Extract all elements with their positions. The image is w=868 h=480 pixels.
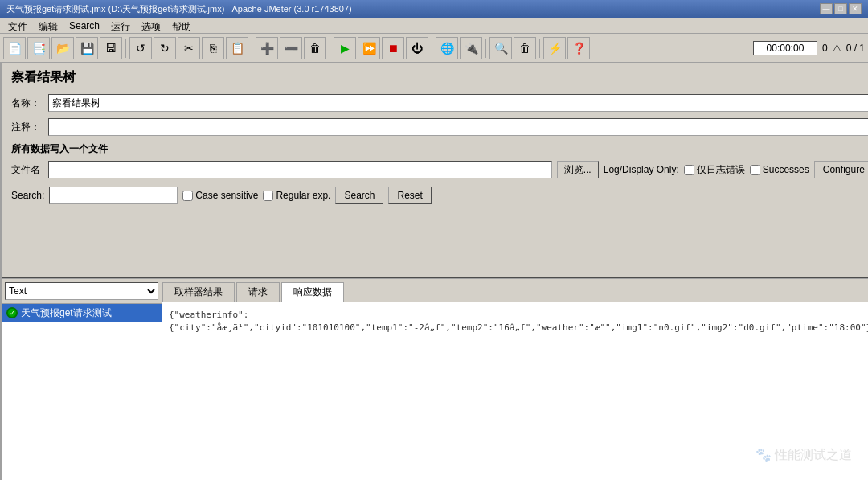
errors-checkbox[interactable] bbox=[684, 165, 694, 175]
title-bar: 天气预报get请求测试.jmx (D:\天气预报get请求测试.jmx) - A… bbox=[0, 0, 868, 18]
toolbar-remote-stop-btn[interactable]: 🔌 bbox=[460, 37, 482, 59]
toolbar-function-helper-btn[interactable]: ⚡ bbox=[543, 37, 566, 59]
toolbar-start-btn[interactable]: ▶ bbox=[334, 37, 356, 59]
main-layout: ▼ 📋 测试计划 ▼ ⚙ 线程组 🔧 天气预报get请求测... 🌿 察看结果树 bbox=[0, 63, 868, 480]
menu-help[interactable]: 帮助 bbox=[167, 19, 196, 31]
errors-checkbox-label: 仅日志错误 bbox=[684, 163, 745, 177]
toolbar-shutdown-btn[interactable]: ⏻ bbox=[406, 37, 428, 59]
search-button[interactable]: Search bbox=[335, 187, 383, 204]
title-buttons: — □ ✕ bbox=[820, 3, 862, 14]
count-display: 0 bbox=[822, 43, 828, 54]
toolbar-redo-btn[interactable]: ↻ bbox=[154, 37, 176, 59]
menu-run[interactable]: 运行 bbox=[106, 19, 135, 31]
toolbar-add-btn[interactable]: ➕ bbox=[256, 37, 278, 59]
case-sensitive-text: Case sensitive bbox=[195, 190, 258, 201]
menu-file[interactable]: 文件 bbox=[3, 19, 32, 31]
toolbar-help-btn[interactable]: ❓ bbox=[567, 37, 590, 59]
toolbar-stop-btn[interactable]: ⏹ bbox=[382, 37, 404, 59]
detail-panel: 取样器结果 请求 响应数据 {"weatherinfo":{"city":"åæ… bbox=[162, 279, 868, 481]
dropdown-row: Text RegExp Tester CSS/JQuery Tester XPa… bbox=[2, 279, 162, 304]
tabs-bar: 取样器结果 请求 响应数据 bbox=[162, 279, 868, 302]
toolbar-sep2 bbox=[252, 39, 252, 58]
toolbar-sep4 bbox=[432, 39, 432, 58]
toolbar-sep6 bbox=[539, 39, 540, 58]
comment-label: 注释： bbox=[11, 121, 43, 134]
response-text: {"weatherinfo":{"city":"åæ¸ä¹","cityid":… bbox=[169, 310, 868, 334]
file-label: 文件名 bbox=[11, 163, 43, 177]
menu-bar: 文件 编辑 Search 运行 选项 帮助 bbox=[0, 18, 868, 34]
title-text: 天气预报get请求测试.jmx (D:\天气预报get请求测试.jmx) - A… bbox=[6, 3, 352, 15]
log-display-label: Log/Display Only: bbox=[604, 164, 679, 175]
toolbar-right: 00:00:00 0 ⚠ 0 / 1 bbox=[753, 41, 865, 55]
warning-icon: ⚠ bbox=[833, 43, 841, 54]
toolbar-start-no-pause-btn[interactable]: ⏩ bbox=[358, 37, 380, 59]
search-input[interactable] bbox=[49, 187, 178, 204]
toolbar-template-btn[interactable]: 📑 bbox=[27, 37, 50, 59]
successes-checkbox-label: Successes bbox=[750, 164, 809, 175]
maximize-button[interactable]: □ bbox=[834, 3, 847, 14]
search-row: Search: Case sensitive Regular exp. Sear… bbox=[11, 187, 868, 204]
result-item-0[interactable]: ✓ 天气预报get请求测试 bbox=[2, 304, 162, 322]
toolbar-undo-btn[interactable]: ↺ bbox=[129, 37, 152, 59]
toolbar-new-btn[interactable]: 📄 bbox=[3, 37, 26, 59]
toolbar-save2-btn[interactable]: 🖫 bbox=[100, 37, 122, 59]
panel-title: 察看结果树 bbox=[11, 69, 868, 86]
search-label: Search: bbox=[11, 190, 44, 201]
menu-edit[interactable]: 编辑 bbox=[34, 19, 63, 31]
bottom-section: Text RegExp Tester CSS/JQuery Tester XPa… bbox=[2, 277, 868, 481]
regex-text: Regular exp. bbox=[276, 190, 330, 201]
section-title: 所有数据写入一个文件 bbox=[11, 142, 868, 156]
configure-button[interactable]: Configure bbox=[814, 161, 868, 178]
right-content: 察看结果树 名称： 注释： 所有数据写入一个文件 bbox=[2, 63, 868, 480]
toolbar-remote-start-btn[interactable]: 🌐 bbox=[436, 37, 458, 59]
name-row: 名称： bbox=[11, 94, 868, 112]
toolbar-clear-btn[interactable]: 🗑 bbox=[304, 37, 326, 59]
toolbar-paste-btn[interactable]: 📋 bbox=[226, 37, 248, 59]
result-item-label: 天气预报get请求测试 bbox=[21, 306, 112, 320]
minimize-button[interactable]: — bbox=[820, 3, 833, 14]
toolbar-search-btn2[interactable]: 🔍 bbox=[489, 37, 512, 59]
tab-response-data[interactable]: 响应数据 bbox=[281, 282, 344, 302]
case-sensitive-label: Case sensitive bbox=[182, 190, 258, 201]
menu-options[interactable]: 选项 bbox=[137, 19, 166, 31]
toolbar-open-btn[interactable]: 📂 bbox=[51, 37, 74, 59]
tab-request[interactable]: 请求 bbox=[236, 282, 280, 302]
toolbar-cut-btn[interactable]: ✂ bbox=[178, 37, 200, 59]
content-area: 察看结果树 名称： 注释： 所有数据写入一个文件 bbox=[2, 63, 868, 277]
close-button[interactable]: ✕ bbox=[849, 3, 862, 14]
type-select[interactable]: Text RegExp Tester CSS/JQuery Tester XPa… bbox=[5, 282, 158, 300]
response-content-area: {"weatherinfo":{"city":"åæ¸ä¹","cityid":… bbox=[162, 302, 868, 481]
name-label: 名称： bbox=[11, 96, 43, 110]
regex-label: Regular exp. bbox=[263, 190, 330, 201]
reset-button[interactable]: Reset bbox=[388, 187, 431, 204]
menu-search[interactable]: Search bbox=[64, 19, 104, 31]
toolbar-sep3 bbox=[330, 39, 330, 58]
toolbar: 📄 📑 📂 💾 🖫 ↺ ↻ ✂ ⎘ 📋 ➕ ➖ 🗑 ▶ ⏩ ⏹ ⏻ 🌐 🔌 🔍 … bbox=[0, 34, 868, 63]
case-sensitive-checkbox[interactable] bbox=[182, 191, 193, 201]
status-indicator: ✓ bbox=[6, 307, 18, 318]
successes-checkbox[interactable] bbox=[750, 165, 760, 175]
file-input[interactable] bbox=[48, 161, 552, 178]
toolbar-save-btn[interactable]: 💾 bbox=[76, 37, 98, 59]
comment-input[interactable] bbox=[48, 118, 868, 136]
regex-checkbox[interactable] bbox=[263, 191, 273, 201]
name-input[interactable] bbox=[48, 94, 868, 112]
toolbar-sep1 bbox=[125, 39, 126, 58]
count-ratio: 0 / 1 bbox=[846, 43, 865, 54]
browse-button[interactable]: 浏览... bbox=[557, 161, 599, 178]
right-outer: 察看结果树 名称： 注释： 所有数据写入一个文件 bbox=[2, 63, 868, 480]
result-list-panel: Text RegExp Tester CSS/JQuery Tester XPa… bbox=[2, 279, 162, 481]
successes-label: Successes bbox=[763, 164, 809, 175]
toolbar-sep5 bbox=[485, 39, 486, 58]
errors-label: 仅日志错误 bbox=[697, 163, 745, 177]
comment-row: 注释： bbox=[11, 118, 868, 136]
toolbar-copy-btn[interactable]: ⎘ bbox=[202, 37, 224, 59]
toolbar-remove-btn[interactable]: ➖ bbox=[280, 37, 302, 59]
toolbar-clear-all-btn[interactable]: 🗑 bbox=[514, 37, 536, 59]
timer-display: 00:00:00 bbox=[753, 41, 817, 55]
tab-sampler-result[interactable]: 取样器结果 bbox=[162, 282, 235, 302]
